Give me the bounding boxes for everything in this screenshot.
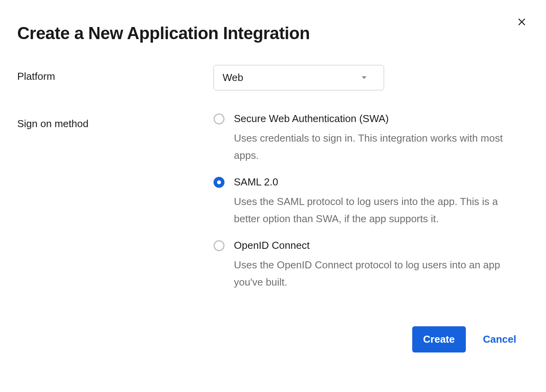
platform-select-wrapper: Web [214, 65, 384, 90]
radio-saml-title: SAML 2.0 [234, 176, 521, 189]
create-button[interactable]: Create [412, 326, 466, 352]
radio-swa-content: Secure Web Authentication (SWA) Uses cre… [234, 112, 529, 164]
radio-oidc-content: OpenID Connect Uses the OpenID Connect p… [234, 239, 529, 291]
radio-oidc-title: OpenID Connect [234, 239, 521, 252]
radio-saml-content: SAML 2.0 Uses the SAML protocol to log u… [234, 176, 529, 227]
platform-label: Platform [17, 65, 214, 83]
platform-select-value: Web [223, 72, 243, 84]
signon-method-row: Sign on method Secure Web Authentication… [17, 112, 529, 291]
radio-saml[interactable] [214, 177, 225, 188]
modal-footer: Create Cancel [17, 326, 529, 352]
radio-option-saml[interactable]: SAML 2.0 Uses the SAML protocol to log u… [214, 176, 529, 227]
radio-option-swa[interactable]: Secure Web Authentication (SWA) Uses cre… [214, 112, 529, 164]
radio-swa-description: Uses credentials to sign in. This integr… [234, 129, 521, 164]
create-app-integration-modal: Create a New Application Integration Pla… [0, 0, 546, 370]
platform-row: Platform Web [17, 65, 529, 90]
close-button[interactable] [516, 16, 527, 27]
chevron-down-icon [362, 76, 366, 79]
radio-option-oidc[interactable]: OpenID Connect Uses the OpenID Connect p… [214, 239, 529, 291]
radio-saml-description: Uses the SAML protocol to log users into… [234, 193, 521, 227]
radio-oidc-description: Uses the OpenID Connect protocol to log … [234, 256, 521, 291]
close-icon [517, 18, 526, 26]
radio-swa[interactable] [214, 113, 225, 124]
signon-method-options: Secure Web Authentication (SWA) Uses cre… [214, 112, 529, 291]
cancel-button[interactable]: Cancel [483, 333, 516, 345]
signon-method-label: Sign on method [17, 112, 214, 130]
radio-oidc[interactable] [214, 240, 225, 251]
platform-control: Web [214, 65, 529, 90]
radio-swa-title: Secure Web Authentication (SWA) [234, 112, 521, 126]
modal-title: Create a New Application Integration [17, 23, 529, 43]
platform-select[interactable]: Web [214, 65, 384, 90]
